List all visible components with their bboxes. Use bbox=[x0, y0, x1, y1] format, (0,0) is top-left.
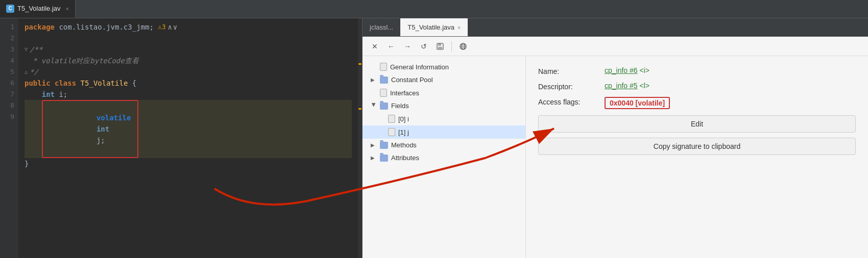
access-flags-value: 0x0040 [volatile] bbox=[610, 99, 665, 107]
code-line-5: △ */ bbox=[25, 66, 352, 78]
svg-rect-1 bbox=[438, 43, 441, 46]
tree-arrow-field-j bbox=[379, 130, 385, 135]
tree-arrow-fields: ▶ bbox=[371, 103, 377, 109]
line-num-2: 2 bbox=[0, 33, 14, 44]
tree-arrow-attributes: ▶ bbox=[371, 155, 377, 161]
code-content[interactable]: package com.listao.jvm.c3_jmm; ⚠ 3 ∧ ∨ ▽… bbox=[18, 18, 358, 258]
tree-label-field-i: [0] i bbox=[398, 115, 409, 123]
code-line-9: } bbox=[25, 158, 352, 169]
keyword-volatile: volatile bbox=[97, 114, 135, 122]
tree-label-methods: Methods bbox=[391, 141, 417, 149]
svg-rect-2 bbox=[438, 47, 442, 49]
name-suffix: <i> bbox=[640, 66, 649, 74]
tree-item-methods[interactable]: ▶ Methods bbox=[363, 139, 525, 151]
reload-btn[interactable]: ↺ bbox=[418, 40, 430, 53]
code-line-7: int i; bbox=[25, 89, 352, 100]
tree-panel: General Information ▶ Constant Pool Inte… bbox=[363, 56, 526, 258]
descriptor-value: cp_info #5 <l> bbox=[605, 82, 649, 90]
code-line-4: * volatile对应byteCode查看 bbox=[25, 55, 352, 66]
descriptor-label: Descriptor: bbox=[538, 82, 605, 91]
tree-item-constant-pool[interactable]: ▶ Constant Pool bbox=[363, 73, 525, 86]
tab-bar: C T5_Volatile.jav × bbox=[0, 0, 868, 18]
tree-arrow-constant: ▶ bbox=[371, 77, 377, 83]
tree-label-constant: Constant Pool bbox=[391, 76, 433, 84]
code-line-1: package com.listao.jvm.c3_jmm; ⚠ 3 ∧ ∨ bbox=[25, 21, 352, 33]
folder-icon-attributes bbox=[380, 154, 388, 162]
collapse-arrow-3[interactable]: ▽ bbox=[25, 44, 28, 55]
page-icon-general bbox=[380, 63, 387, 71]
line-num-6: 6 bbox=[0, 78, 14, 89]
indent-7 bbox=[25, 89, 42, 100]
collapse-arrow-5[interactable]: △ bbox=[25, 66, 28, 78]
line-num-4: 4 bbox=[0, 55, 14, 66]
page-icon-interfaces bbox=[380, 89, 387, 97]
open-brace: { bbox=[132, 78, 136, 89]
tab-editor-label: T5_Volatile.jav bbox=[17, 5, 61, 12]
access-flags-box: 0x0040 [volatile] bbox=[605, 97, 670, 109]
editor-wrapper: 1 2 3 4 5 6 7 8 9 package com.listao.jvm… bbox=[0, 18, 362, 258]
warning-icon: ⚠ bbox=[158, 21, 162, 33]
close-btn[interactable]: ✕ bbox=[369, 40, 381, 53]
globe-btn[interactable] bbox=[457, 40, 469, 53]
line-num-1: 1 bbox=[0, 21, 14, 33]
keyword-public: public bbox=[25, 78, 55, 89]
line-num-9: 9 bbox=[0, 111, 14, 122]
descriptor-link[interactable]: cp_info #5 bbox=[605, 82, 638, 90]
tree-label-field-j: [1] j bbox=[398, 128, 409, 136]
tab-editor-close[interactable]: × bbox=[66, 6, 69, 12]
code-line-8: volatile int j; bbox=[25, 100, 352, 158]
jclasslib-panel: jclassl... T5_Volatile.java × ✕ ← → ↺ bbox=[363, 18, 868, 258]
folder-icon-constant bbox=[380, 76, 388, 84]
forward-btn[interactable]: → bbox=[401, 40, 414, 53]
tree-item-attributes[interactable]: ▶ Attributes bbox=[363, 151, 525, 164]
name-row: Name: cp_info #6 <i> bbox=[538, 66, 856, 75]
comment-end: */ bbox=[30, 66, 38, 78]
copy-signature-button[interactable]: Copy signature to clipboard bbox=[538, 138, 856, 155]
descriptor-row: Descriptor: cp_info #5 <l> bbox=[538, 82, 856, 91]
tree-item-fields[interactable]: ▶ Fields bbox=[363, 99, 525, 112]
tree-item-field-j[interactable]: [1] j bbox=[363, 125, 525, 139]
warning-count: 3 bbox=[162, 21, 165, 33]
jclasslib-tab-bar: jclassl... T5_Volatile.java × bbox=[363, 18, 868, 37]
code-line-3: ▽ /** bbox=[25, 44, 352, 55]
keyword-int-i: int bbox=[42, 89, 59, 100]
page-icon-field-j bbox=[388, 128, 395, 136]
folder-icon-fields bbox=[380, 102, 388, 110]
package-name: com.listao.jvm.c3_jmm; bbox=[59, 21, 158, 33]
tree-arrow-general bbox=[371, 64, 377, 70]
tree-item-field-i[interactable]: [0] i bbox=[363, 112, 525, 125]
line-num-8: 8 bbox=[0, 100, 14, 111]
var-i: i; bbox=[59, 89, 67, 100]
back-btn[interactable]: ← bbox=[385, 40, 397, 53]
comment-start: /** bbox=[30, 44, 42, 55]
name-link[interactable]: cp_info #6 bbox=[605, 66, 638, 74]
tab-jclasslib[interactable]: jclassl... bbox=[363, 18, 400, 36]
jclasslib-toolbar: ✕ ← → ↺ bbox=[363, 37, 868, 56]
tree-label-fields: Fields bbox=[391, 102, 409, 110]
tree-arrow-interfaces bbox=[371, 90, 377, 96]
tab-editor[interactable]: C T5_Volatile.jav × bbox=[0, 0, 76, 18]
main-content: 1 2 3 4 5 6 7 8 9 package com.listao.jvm… bbox=[0, 18, 868, 258]
line-num-5: 5 bbox=[0, 66, 14, 78]
tab-t5-volatile-close[interactable]: × bbox=[457, 24, 461, 31]
editor-panel: 1 2 3 4 5 6 7 8 9 package com.listao.jvm… bbox=[0, 18, 363, 258]
line-num-3: 3 bbox=[0, 44, 14, 55]
detail-panel: Name: cp_info #6 <i> Descriptor: cp_info… bbox=[526, 56, 868, 258]
access-flags-row: Access flags: 0x0040 [volatile] bbox=[538, 97, 856, 109]
tree-item-general-info[interactable]: General Information bbox=[363, 60, 525, 73]
keyword-package: package bbox=[25, 21, 59, 33]
yellow-markers bbox=[358, 18, 362, 258]
save-btn[interactable] bbox=[434, 40, 446, 53]
access-flags-label: Access flags: bbox=[538, 97, 605, 106]
tree-item-interfaces[interactable]: Interfaces bbox=[363, 86, 525, 99]
tab-t5-volatile[interactable]: T5_Volatile.java × bbox=[400, 18, 468, 36]
jclasslib-body: General Information ▶ Constant Pool Inte… bbox=[363, 56, 868, 258]
nav-down[interactable]: ∨ bbox=[173, 21, 177, 33]
code-line-2 bbox=[25, 33, 352, 44]
nav-up[interactable]: ∧ bbox=[167, 21, 172, 33]
close-brace: } bbox=[25, 158, 29, 169]
edit-button[interactable]: Edit bbox=[538, 115, 856, 133]
tree-arrow-field-i bbox=[379, 116, 385, 122]
yellow-mark-2 bbox=[358, 108, 361, 110]
toolbar-sep bbox=[451, 41, 452, 51]
